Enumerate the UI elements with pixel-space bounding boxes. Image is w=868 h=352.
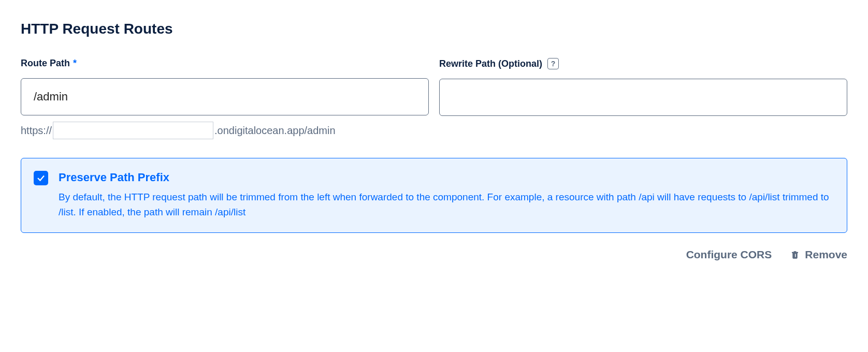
fields-row: Route Path* https:// .ondigitalocean.app…: [21, 58, 847, 139]
help-icon[interactable]: ?: [547, 58, 559, 69]
rewrite-path-input[interactable]: [439, 79, 847, 116]
preserve-prefix-title: Preserve Path Prefix: [59, 171, 834, 184]
url-suffix: .ondigitalocean.app/admin: [214, 125, 336, 136]
rewrite-path-field: Rewrite Path (Optional) ?: [439, 58, 847, 139]
remove-label: Remove: [805, 248, 847, 261]
url-subdomain-box: [53, 122, 213, 139]
route-path-label-text: Route Path: [21, 58, 70, 69]
url-preview: https:// .ondigitalocean.app/admin: [21, 122, 429, 139]
route-path-label: Route Path*: [21, 58, 429, 69]
trash-icon: [790, 250, 800, 260]
route-path-field: Route Path* https:// .ondigitalocean.app…: [21, 58, 429, 139]
preserve-prefix-description: By default, the HTTP request path will b…: [59, 189, 834, 220]
rewrite-path-label: Rewrite Path (Optional) ?: [439, 58, 847, 69]
route-path-input[interactable]: [21, 78, 429, 115]
actions-row: Configure CORS Remove: [21, 248, 847, 261]
preserve-prefix-checkbox[interactable]: [34, 171, 48, 185]
preserve-prefix-text: Preserve Path Prefix By default, the HTT…: [59, 171, 834, 220]
rewrite-path-label-text: Rewrite Path (Optional): [439, 58, 542, 69]
configure-cors-button[interactable]: Configure CORS: [686, 248, 772, 261]
required-indicator: *: [73, 58, 77, 69]
configure-cors-label: Configure CORS: [686, 248, 772, 261]
preserve-prefix-panel: Preserve Path Prefix By default, the HTT…: [21, 158, 847, 233]
checkmark-icon: [36, 173, 46, 183]
remove-button[interactable]: Remove: [790, 248, 847, 261]
page-title: HTTP Request Routes: [21, 21, 847, 37]
url-prefix: https://: [21, 125, 52, 136]
